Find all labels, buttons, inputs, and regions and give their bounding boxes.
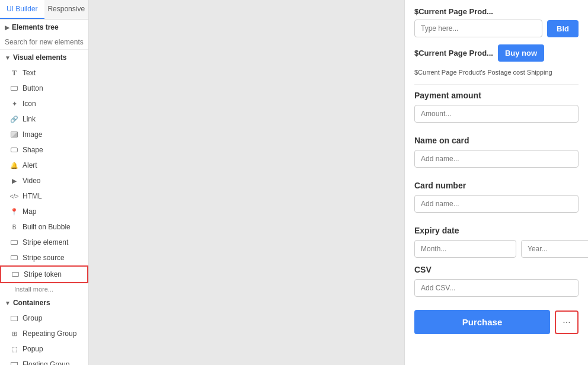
right-panel: $Current Page Prod... Bid $Current Page …	[404, 0, 588, 365]
sidebar-item-group[interactable]: Group	[0, 310, 88, 326]
visual-elements-arrow: ▼	[5, 55, 11, 61]
repeating-group-icon: ⊞	[9, 329, 19, 338]
main-canvas	[89, 0, 404, 365]
current-page-label-2: $Current Page Prod...	[414, 49, 493, 57]
alert-icon: 🔔	[9, 161, 19, 170]
sidebar-item-label: Stripe element	[23, 238, 68, 246]
sidebar-item-label: Repeating Group	[23, 329, 76, 338]
bid-section: $Current Page Prod... Bid	[414, 7, 579, 37]
sidebar-item-label: Image	[23, 130, 42, 139]
sidebar-item-map[interactable]: 📍 Map	[0, 204, 88, 219]
sidebar-item-label: Stripe source	[23, 254, 65, 262]
sidebar-item-label: Map	[23, 207, 36, 216]
expiry-date-section: Expiry date	[414, 226, 579, 258]
sidebar-item-label: Popup	[23, 345, 43, 353]
elements-tree-arrow: ▶	[5, 24, 9, 31]
button-icon	[9, 84, 19, 93]
sidebar-item-stripe-token[interactable]: Stripe token	[0, 265, 88, 283]
stripe-source-icon	[9, 253, 19, 262]
floating-group-icon	[9, 360, 19, 365]
sidebar-item-built-on-bubble[interactable]: B Built on Bubble	[0, 219, 88, 235]
payment-amount-title: Payment amount	[414, 91, 579, 100]
group-icon	[9, 313, 19, 323]
elements-tree-label: Elements tree	[12, 23, 59, 31]
sidebar-item-popup[interactable]: ⬚ Popup	[0, 341, 88, 357]
tab-responsive[interactable]: Responsive	[44, 0, 89, 19]
card-number-input[interactable]	[414, 195, 579, 213]
visual-elements-label: Visual elements	[13, 53, 67, 62]
purchase-row: Purchase ···	[414, 310, 579, 334]
sidebar-item-label: Link	[23, 115, 36, 123]
year-input[interactable]	[521, 240, 588, 258]
sidebar-item-text[interactable]: T Text	[0, 65, 88, 81]
csv-input[interactable]	[414, 279, 579, 297]
sidebar-item-label: Shape	[23, 146, 43, 154]
elements-tree-header[interactable]: ▶ Elements tree	[0, 20, 88, 35]
payment-amount-section: Payment amount	[414, 91, 579, 129]
sidebar-item-stripe-element[interactable]: Stripe element	[0, 235, 88, 250]
current-page-label-1: $Current Page Prod...	[414, 7, 579, 16]
sidebar-item-repeating-group[interactable]: ⊞ Repeating Group	[0, 326, 88, 341]
containers-header[interactable]: ▼ Containers	[0, 295, 88, 310]
sidebar-item-stripe-source[interactable]: Stripe source	[0, 250, 88, 265]
sidebar-item-label: Video	[23, 177, 40, 185]
csv-section: CSV	[414, 265, 579, 303]
bid-input-row: Bid	[414, 20, 579, 37]
sidebar: UI Builder Responsive ▶ Elements tree ▼ …	[0, 0, 89, 365]
image-icon	[9, 130, 19, 139]
sidebar-item-link[interactable]: 🔗 Link	[0, 111, 88, 127]
amount-input[interactable]	[414, 105, 579, 123]
csv-title: CSV	[414, 265, 579, 274]
bid-button[interactable]: Bid	[547, 20, 579, 37]
search-input[interactable]	[0, 35, 88, 50]
containers-label: Containers	[13, 299, 50, 307]
buy-now-input-row: $Current Page Prod... Buy now	[414, 44, 579, 62]
expiry-row	[414, 240, 579, 258]
map-icon: 📍	[9, 207, 19, 216]
buy-now-button[interactable]: Buy now	[498, 44, 544, 62]
sidebar-item-label: Icon	[23, 100, 36, 108]
card-number-section: Card number	[414, 181, 579, 219]
sidebar-item-label: Built on Bubble	[23, 223, 71, 231]
shape-icon	[9, 145, 19, 155]
text-icon: T	[9, 68, 19, 78]
sidebar-item-html[interactable]: </> HTML	[0, 188, 88, 204]
sidebar-item-label: HTML	[23, 192, 42, 200]
bid-input[interactable]	[414, 20, 542, 37]
more-options-button[interactable]: ···	[555, 310, 579, 334]
sidebar-item-label: Floating Group	[23, 360, 69, 365]
install-more-visual[interactable]: Install more...	[0, 283, 88, 295]
dots-icon: ···	[563, 317, 570, 328]
html-icon: </>	[9, 191, 19, 201]
popup-icon: ⬚	[9, 344, 19, 354]
link-icon: 🔗	[9, 114, 19, 124]
sidebar-item-icon[interactable]: ✦ Icon	[0, 96, 88, 111]
stripe-token-icon	[11, 270, 20, 279]
sidebar-item-shape[interactable]: Shape	[0, 142, 88, 158]
sidebar-item-label: Group	[23, 314, 42, 322]
icon-icon: ✦	[9, 99, 19, 108]
expiry-date-title: Expiry date	[414, 226, 579, 235]
divider-1	[414, 84, 579, 85]
name-on-card-section: Name on card	[414, 136, 579, 174]
stripe-element-icon	[9, 238, 19, 247]
bubble-icon: B	[9, 222, 19, 232]
name-on-card-input[interactable]	[414, 150, 579, 168]
visual-elements-header[interactable]: ▼ Visual elements	[0, 50, 88, 65]
shipping-label: $Current Page Product's Postage cost Shi…	[414, 69, 579, 76]
sidebar-item-label: Stripe token	[24, 270, 62, 278]
month-input[interactable]	[414, 240, 516, 258]
sidebar-item-label: Text	[23, 69, 36, 77]
tab-ui-builder[interactable]: UI Builder	[0, 0, 44, 19]
sidebar-item-label: Button	[23, 84, 43, 92]
sidebar-item-image[interactable]: Image	[0, 127, 88, 142]
video-icon: ▶	[9, 176, 19, 185]
name-on-card-title: Name on card	[414, 136, 579, 145]
sidebar-item-alert[interactable]: 🔔 Alert	[0, 158, 88, 173]
purchase-button[interactable]: Purchase	[414, 310, 550, 334]
tab-bar: UI Builder Responsive	[0, 0, 88, 20]
sidebar-item-video[interactable]: ▶ Video	[0, 173, 88, 188]
containers-arrow: ▼	[5, 300, 11, 306]
sidebar-item-floating-group[interactable]: Floating Group	[0, 357, 88, 365]
sidebar-item-button[interactable]: Button	[0, 81, 88, 96]
